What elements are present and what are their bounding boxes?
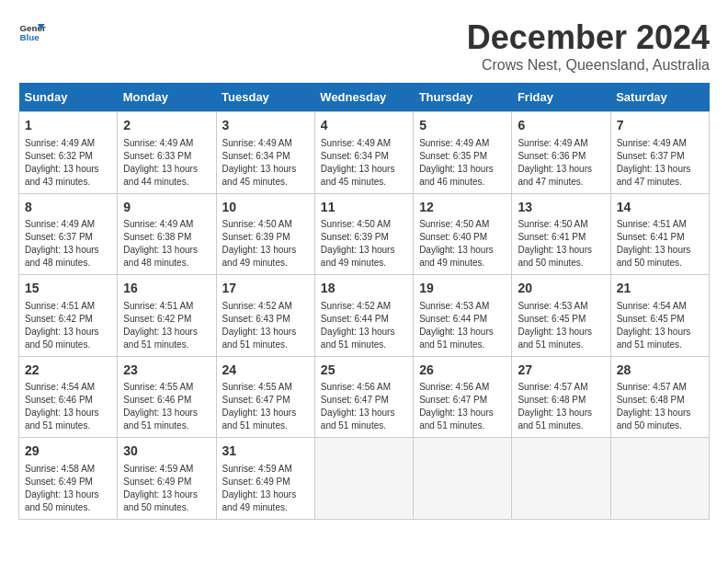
day-info: Sunrise: 4:52 AM Sunset: 6:44 PM Dayligh… bbox=[321, 300, 407, 351]
calendar-cell: 9Sunrise: 4:49 AM Sunset: 6:38 PM Daylig… bbox=[118, 193, 216, 275]
day-number: 19 bbox=[419, 280, 506, 298]
calendar-cell: 6Sunrise: 4:49 AM Sunset: 6:36 PM Daylig… bbox=[512, 112, 610, 194]
calendar-cell: 3Sunrise: 4:49 AM Sunset: 6:34 PM Daylig… bbox=[216, 112, 314, 194]
logo-icon: General Blue bbox=[18, 18, 46, 46]
day-number: 2 bbox=[123, 117, 210, 135]
calendar-cell: 10Sunrise: 4:50 AM Sunset: 6:39 PM Dayli… bbox=[216, 193, 314, 275]
day-number: 15 bbox=[25, 280, 111, 298]
col-wednesday: Wednesday bbox=[314, 83, 413, 112]
calendar-cell bbox=[512, 438, 610, 520]
calendar-cell: 12Sunrise: 4:50 AM Sunset: 6:40 PM Dayli… bbox=[414, 193, 512, 275]
day-number: 14 bbox=[617, 199, 703, 217]
calendar-subtitle: Crows Nest, Queensland, Australia bbox=[467, 57, 710, 74]
day-info: Sunrise: 4:55 AM Sunset: 6:46 PM Dayligh… bbox=[123, 381, 210, 432]
day-info: Sunrise: 4:53 AM Sunset: 6:44 PM Dayligh… bbox=[419, 300, 506, 351]
day-info: Sunrise: 4:59 AM Sunset: 6:49 PM Dayligh… bbox=[123, 463, 210, 514]
calendar-cell: 26Sunrise: 4:56 AM Sunset: 6:47 PM Dayli… bbox=[414, 356, 512, 438]
day-number: 31 bbox=[222, 442, 309, 461]
calendar-row-1: 1Sunrise: 4:49 AM Sunset: 6:32 PM Daylig… bbox=[19, 112, 710, 194]
day-number: 26 bbox=[419, 362, 506, 380]
day-info: Sunrise: 4:58 AM Sunset: 6:49 PM Dayligh… bbox=[25, 463, 111, 514]
day-number: 30 bbox=[123, 442, 210, 461]
day-info: Sunrise: 4:49 AM Sunset: 6:34 PM Dayligh… bbox=[321, 137, 407, 189]
col-sunday: Sunday bbox=[19, 83, 118, 112]
calendar-row-3: 15Sunrise: 4:51 AM Sunset: 6:42 PM Dayli… bbox=[19, 275, 710, 357]
col-tuesday: Tuesday bbox=[216, 83, 314, 112]
calendar-cell: 5Sunrise: 4:49 AM Sunset: 6:35 PM Daylig… bbox=[414, 112, 512, 194]
calendar-cell: 13Sunrise: 4:50 AM Sunset: 6:41 PM Dayli… bbox=[512, 193, 610, 275]
day-info: Sunrise: 4:54 AM Sunset: 6:45 PM Dayligh… bbox=[617, 300, 703, 351]
day-number: 23 bbox=[123, 362, 210, 380]
day-info: Sunrise: 4:49 AM Sunset: 6:34 PM Dayligh… bbox=[222, 137, 309, 189]
calendar-cell: 24Sunrise: 4:55 AM Sunset: 6:47 PM Dayli… bbox=[216, 356, 314, 438]
day-info: Sunrise: 4:51 AM Sunset: 6:42 PM Dayligh… bbox=[123, 300, 210, 351]
day-info: Sunrise: 4:49 AM Sunset: 6:32 PM Dayligh… bbox=[25, 137, 111, 189]
calendar-title: December 2024 bbox=[467, 18, 710, 57]
day-number: 5 bbox=[419, 117, 506, 135]
calendar-cell: 23Sunrise: 4:55 AM Sunset: 6:46 PM Dayli… bbox=[118, 356, 216, 438]
day-number: 20 bbox=[518, 280, 604, 298]
day-number: 8 bbox=[25, 199, 111, 217]
col-friday: Friday bbox=[512, 83, 610, 112]
calendar-cell: 7Sunrise: 4:49 AM Sunset: 6:37 PM Daylig… bbox=[610, 112, 709, 194]
col-thursday: Thursday bbox=[414, 83, 512, 112]
day-number: 29 bbox=[25, 442, 111, 461]
day-info: Sunrise: 4:50 AM Sunset: 6:40 PM Dayligh… bbox=[419, 218, 506, 270]
day-info: Sunrise: 4:51 AM Sunset: 6:41 PM Dayligh… bbox=[617, 218, 703, 270]
day-number: 25 bbox=[321, 362, 407, 380]
day-info: Sunrise: 4:57 AM Sunset: 6:48 PM Dayligh… bbox=[617, 381, 703, 432]
calendar-cell: 11Sunrise: 4:50 AM Sunset: 6:39 PM Dayli… bbox=[314, 193, 413, 275]
day-number: 16 bbox=[123, 280, 210, 298]
calendar-cell: 1Sunrise: 4:49 AM Sunset: 6:32 PM Daylig… bbox=[19, 112, 118, 194]
day-number: 28 bbox=[617, 362, 703, 380]
day-number: 24 bbox=[222, 362, 309, 380]
calendar-cell: 28Sunrise: 4:57 AM Sunset: 6:48 PM Dayli… bbox=[610, 356, 709, 438]
calendar-cell: 31Sunrise: 4:59 AM Sunset: 6:49 PM Dayli… bbox=[216, 438, 314, 520]
day-number: 3 bbox=[222, 117, 309, 135]
calendar-cell bbox=[314, 438, 413, 520]
calendar-cell: 20Sunrise: 4:53 AM Sunset: 6:45 PM Dayli… bbox=[512, 275, 610, 357]
day-info: Sunrise: 4:49 AM Sunset: 6:37 PM Dayligh… bbox=[617, 137, 703, 189]
day-info: Sunrise: 4:54 AM Sunset: 6:46 PM Dayligh… bbox=[25, 381, 111, 432]
day-number: 21 bbox=[617, 280, 703, 298]
calendar-cell: 14Sunrise: 4:51 AM Sunset: 6:41 PM Dayli… bbox=[610, 193, 709, 275]
calendar-cell: 2Sunrise: 4:49 AM Sunset: 6:33 PM Daylig… bbox=[118, 112, 216, 194]
day-number: 1 bbox=[25, 117, 111, 135]
calendar-cell: 18Sunrise: 4:52 AM Sunset: 6:44 PM Dayli… bbox=[314, 275, 413, 357]
day-info: Sunrise: 4:49 AM Sunset: 6:38 PM Dayligh… bbox=[123, 218, 210, 270]
calendar-row-5: 29Sunrise: 4:58 AM Sunset: 6:49 PM Dayli… bbox=[19, 438, 710, 520]
col-monday: Monday bbox=[118, 83, 216, 112]
calendar-row-2: 8Sunrise: 4:49 AM Sunset: 6:37 PM Daylig… bbox=[19, 193, 710, 275]
calendar-cell: 15Sunrise: 4:51 AM Sunset: 6:42 PM Dayli… bbox=[19, 275, 118, 357]
calendar-cell: 30Sunrise: 4:59 AM Sunset: 6:49 PM Dayli… bbox=[118, 438, 216, 520]
calendar-table: Sunday Monday Tuesday Wednesday Thursday… bbox=[18, 83, 710, 520]
day-info: Sunrise: 4:59 AM Sunset: 6:49 PM Dayligh… bbox=[222, 463, 309, 514]
calendar-cell bbox=[610, 438, 709, 520]
calendar-row-4: 22Sunrise: 4:54 AM Sunset: 6:46 PM Dayli… bbox=[19, 356, 710, 438]
day-info: Sunrise: 4:52 AM Sunset: 6:43 PM Dayligh… bbox=[222, 300, 309, 351]
calendar-cell: 21Sunrise: 4:54 AM Sunset: 6:45 PM Dayli… bbox=[610, 275, 709, 357]
calendar-cell: 19Sunrise: 4:53 AM Sunset: 6:44 PM Dayli… bbox=[414, 275, 512, 357]
day-info: Sunrise: 4:56 AM Sunset: 6:47 PM Dayligh… bbox=[321, 381, 407, 432]
calendar-cell: 27Sunrise: 4:57 AM Sunset: 6:48 PM Dayli… bbox=[512, 356, 610, 438]
calendar-cell: 16Sunrise: 4:51 AM Sunset: 6:42 PM Dayli… bbox=[118, 275, 216, 357]
calendar-cell: 17Sunrise: 4:52 AM Sunset: 6:43 PM Dayli… bbox=[216, 275, 314, 357]
day-number: 9 bbox=[123, 199, 210, 217]
day-info: Sunrise: 4:49 AM Sunset: 6:33 PM Dayligh… bbox=[123, 137, 210, 189]
header: General Blue December 2024 Crows Nest, Q… bbox=[18, 18, 710, 74]
day-info: Sunrise: 4:55 AM Sunset: 6:47 PM Dayligh… bbox=[222, 381, 309, 432]
day-number: 4 bbox=[321, 117, 407, 135]
day-number: 22 bbox=[25, 362, 111, 380]
day-number: 13 bbox=[518, 199, 604, 217]
day-info: Sunrise: 4:53 AM Sunset: 6:45 PM Dayligh… bbox=[518, 300, 604, 351]
col-saturday: Saturday bbox=[610, 83, 709, 112]
day-info: Sunrise: 4:50 AM Sunset: 6:41 PM Dayligh… bbox=[518, 218, 604, 270]
calendar-cell: 29Sunrise: 4:58 AM Sunset: 6:49 PM Dayli… bbox=[19, 438, 118, 520]
calendar-cell: 25Sunrise: 4:56 AM Sunset: 6:47 PM Dayli… bbox=[314, 356, 413, 438]
day-info: Sunrise: 4:50 AM Sunset: 6:39 PM Dayligh… bbox=[321, 218, 407, 270]
day-number: 12 bbox=[419, 199, 506, 217]
logo: General Blue bbox=[18, 18, 46, 46]
calendar-cell: 8Sunrise: 4:49 AM Sunset: 6:37 PM Daylig… bbox=[19, 193, 118, 275]
calendar-cell: 22Sunrise: 4:54 AM Sunset: 6:46 PM Dayli… bbox=[19, 356, 118, 438]
calendar-cell bbox=[414, 438, 512, 520]
